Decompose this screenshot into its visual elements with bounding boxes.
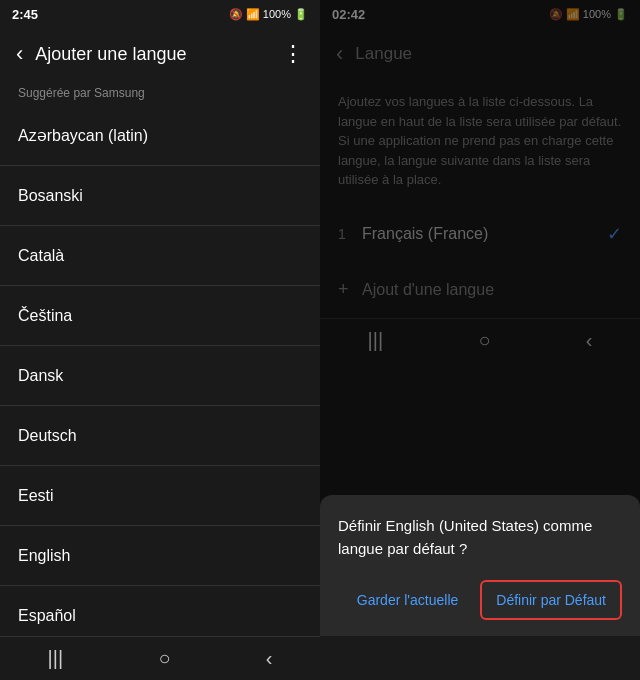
list-item[interactable]: Català <box>0 226 320 286</box>
language-name: Azərbaycan (latin) <box>18 126 148 145</box>
left-panel: 2:45 🔕 📶 100% 🔋 ‹ Ajouter une langue ⋮ S… <box>0 0 320 680</box>
list-item[interactable]: Bosanski <box>0 166 320 226</box>
left-back-button[interactable]: ‹ <box>8 35 31 73</box>
language-name: Čeština <box>18 307 72 325</box>
list-item[interactable]: Español <box>0 586 320 636</box>
left-top-bar: ‹ Ajouter une langue ⋮ <box>0 28 320 80</box>
language-name: Eesti <box>18 487 54 505</box>
language-name: Català <box>18 247 64 265</box>
dialog-actions: Garder l'actuelle Définir par Défaut <box>338 580 622 620</box>
home-button[interactable]: ○ <box>138 639 190 678</box>
keep-current-button[interactable]: Garder l'actuelle <box>343 580 473 620</box>
dialog-title: Définir English (United States) comme la… <box>338 515 622 560</box>
language-name: Español <box>18 607 76 625</box>
left-page-title: Ajouter une langue <box>31 44 274 65</box>
list-item[interactable]: Dansk <box>0 346 320 406</box>
set-default-button[interactable]: Définir par Défaut <box>480 580 622 620</box>
language-name: Bosanski <box>18 187 83 205</box>
list-item[interactable]: Čeština <box>0 286 320 346</box>
list-item[interactable]: Eesti <box>0 466 320 526</box>
left-section-header: Suggérée par Samsung <box>0 80 320 106</box>
left-status-bar: 2:45 🔕 📶 100% 🔋 <box>0 0 320 28</box>
set-default-dialog: Définir English (United States) comme la… <box>320 495 640 636</box>
language-name: Deutsch <box>18 427 77 445</box>
left-nav-bar: ||| ○ ‹ <box>0 636 320 680</box>
language-name: English <box>18 547 70 565</box>
left-language-list: Azərbaycan (latin) Bosanski Català Češti… <box>0 106 320 636</box>
list-item[interactable]: Azərbaycan (latin) <box>0 106 320 166</box>
list-item[interactable]: English <box>0 526 320 586</box>
left-time: 2:45 <box>12 7 38 22</box>
recent-apps-button[interactable]: ||| <box>28 639 84 678</box>
right-panel: 02:42 🔕 📶 100% 🔋 ‹ Langue Ajoutez vos la… <box>320 0 640 680</box>
left-more-button[interactable]: ⋮ <box>274 33 312 75</box>
left-status-icons: 🔕 📶 100% 🔋 <box>229 8 308 21</box>
back-nav-button[interactable]: ‹ <box>246 639 293 678</box>
list-item[interactable]: Deutsch <box>0 406 320 466</box>
dialog-overlay: Définir English (United States) comme la… <box>320 0 640 636</box>
language-name: Dansk <box>18 367 63 385</box>
